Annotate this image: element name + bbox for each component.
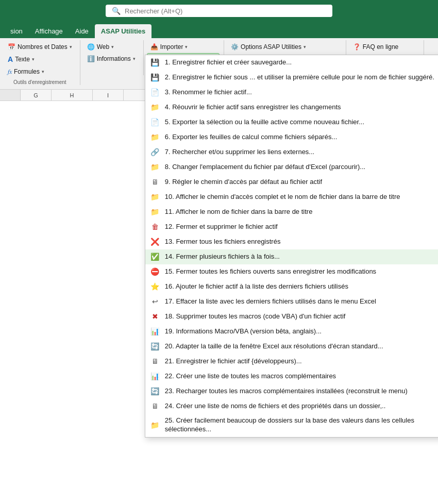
menu-item-icon-15: ⛔ — [149, 267, 161, 276]
menu-item-icon-25: 📁 — [149, 421, 161, 430]
info-icon: ℹ️ — [87, 55, 95, 62]
menu-item-4[interactable]: 📁4. Réouvrir le fichier actif sans enreg… — [145, 100, 438, 115]
menu-item-10[interactable]: 📁10. Afficher le chemin d'accès complet … — [145, 190, 438, 205]
menu-item-1[interactable]: 💾1. Enregistrer fichier et créer sauvega… — [145, 55, 438, 70]
formules-btn[interactable]: 𝑓𝑥 Formules ▾ — [4, 66, 76, 77]
menu-item-2[interactable]: 💾2. Enregistrer le fichier sous ... et u… — [145, 70, 438, 85]
menu-item-14[interactable]: ✅14. Fermer plusieurs fichiers à la fois… — [145, 249, 438, 264]
dropdown-arrow3: ▾ — [42, 69, 44, 74]
menu-item-icon-9: 🖥 — [149, 177, 161, 187]
menu-item-icon-12: 🗑 — [149, 222, 161, 231]
dropdown-arrow2: ▾ — [32, 57, 35, 62]
faq-label: FAQ en ligne — [363, 43, 398, 51]
menu-item-9[interactable]: 🖥9. Régler le chemin d'accès par défaut … — [145, 175, 438, 190]
options-label: Options ASAP Utilities — [241, 43, 301, 51]
menu-item-24[interactable]: 🖥24. Créer une liste de noms de fichiers… — [145, 399, 438, 414]
menu-item-18[interactable]: ✖18. Supprimer toutes les macros (code V… — [145, 309, 438, 324]
menu-item-icon-3: 📄 — [149, 88, 161, 97]
texte-label: Texte — [15, 56, 30, 63]
tab-aide[interactable]: Aide — [69, 24, 95, 38]
tab-sion[interactable]: sion — [4, 24, 29, 38]
menu-item-7[interactable]: 🔗7. Rechercher et/ou supprimer les liens… — [145, 145, 438, 160]
menu-item-icon-24: 🖥 — [149, 401, 161, 411]
menu-item-text-17: 17. Effacer la liste avec les derniers f… — [165, 297, 438, 306]
menu-item-16[interactable]: ⭐16. Ajouter le fichier actif à la liste… — [145, 279, 438, 294]
menu-item-text-1: 1. Enregistrer fichier et créer sauvegar… — [165, 58, 438, 67]
menu-item-22[interactable]: 📊22. Créer une liste de toutes les macro… — [145, 369, 438, 384]
options-btn[interactable]: ⚙️ Options ASAP Utilities ▾ — [227, 41, 342, 53]
menu-item-3[interactable]: 📄3. Renommer le fichier actif... — [145, 85, 438, 100]
informations-label: Informations — [97, 55, 131, 62]
menu-item-text-15: 15. Fermer toutes les fichiers ouverts s… — [165, 267, 438, 276]
web-btn[interactable]: 🌐 Web ▾ — [83, 41, 139, 53]
options-icon: ⚙️ — [231, 43, 239, 51]
menu-item-text-5: 5. Exporter la sélection ou la feuille a… — [165, 118, 438, 127]
search-input[interactable] — [125, 7, 326, 15]
menu-item-icon-16: ⭐ — [149, 282, 161, 291]
menu-item-text-2: 2. Enregistrer le fichier sous ... et ut… — [165, 73, 438, 82]
web-icon: 🌐 — [87, 43, 95, 51]
web-arrow: ▾ — [111, 44, 114, 49]
menu-item-text-14: 14. Fermer plusieurs fichiers à la fois.… — [165, 253, 438, 261]
importer-btn[interactable]: 📥 Importer ▾ — [147, 41, 220, 53]
nombres-dates-label: Nombres et Dates — [18, 43, 68, 51]
search-icon: 🔍 — [112, 7, 121, 15]
options-arrow: ▾ — [304, 44, 306, 49]
menu-item-12[interactable]: 🗑12. Fermer et supprimer le fichier acti… — [145, 220, 438, 234]
menu-item-23[interactable]: 🔄23. Recharger toutes les macros complém… — [145, 384, 438, 399]
menu-item-icon-4: 📁 — [149, 103, 161, 112]
menu-item-icon-6: 📁 — [149, 132, 161, 142]
nombres-dates-btn[interactable]: 📅 Nombres et Dates ▾ — [4, 41, 76, 53]
menu-item-5[interactable]: 📄5. Exporter la sélection ou la feuille … — [145, 115, 438, 130]
tab-asap-utilities[interactable]: ASAP Utilities — [95, 24, 151, 38]
search-input-wrap[interactable]: 🔍 — [106, 5, 332, 17]
menu-item-icon-10: 📁 — [149, 192, 161, 201]
menu-item-15[interactable]: ⛔15. Fermer toutes les fichiers ouverts … — [145, 264, 438, 279]
menu-item-text-23: 23. Recharger toutes les macros compléme… — [165, 387, 438, 396]
menu-item-text-10: 10. Afficher le chemin d'accès complet e… — [165, 193, 438, 201]
menu-item-icon-18: ✖ — [149, 312, 161, 321]
menu-item-text-25: 25. Créer facilement beaucoup de dossier… — [165, 416, 438, 434]
texte-btn[interactable]: A Texte ▾ — [4, 53, 76, 65]
importer-label: Importer — [160, 43, 183, 51]
menu-item-icon-13: ❌ — [149, 237, 161, 246]
menu-item-text-20: 20. Adapter la taille de la fenêtre Exce… — [165, 342, 438, 351]
menu-item-11[interactable]: 📁11. Afficher le nom de fichier dans la … — [145, 205, 438, 220]
search-bar: 🔍 — [0, 0, 438, 22]
menu-item-21[interactable]: 🖥21. Enregistrer le fichier actif {dével… — [145, 354, 438, 369]
menu-item-6[interactable]: 📁6. Exporter les feuilles de calcul comm… — [145, 130, 438, 145]
menu-item-icon-11: 📁 — [149, 207, 161, 216]
informations-btn[interactable]: ℹ️ Informations ▾ — [83, 53, 139, 64]
menu-item-text-21: 21. Enregistrer le fichier actif {dévelo… — [165, 357, 438, 366]
menu-item-icon-22: 📊 — [149, 372, 161, 381]
dropdown-arrow: ▾ — [70, 44, 72, 49]
menu-item-icon-14: ✅ — [149, 252, 161, 261]
col-i: I — [93, 90, 124, 100]
menu-item-icon-17: ↩ — [149, 297, 161, 306]
menu-item-text-24: 24. Créer une liste de noms de fichiers … — [165, 402, 438, 411]
menu-item-20[interactable]: 🔄20. Adapter la taille de la fenêtre Exc… — [145, 339, 438, 354]
menu-item-text-16: 16. Ajouter le fichier actif à la liste … — [165, 282, 438, 291]
fichier-dropdown-menu: 💾1. Enregistrer fichier et créer sauvega… — [145, 55, 438, 438]
menu-item-text-12: 12. Fermer et supprimer le fichier actif — [165, 223, 438, 231]
row-number-header — [0, 90, 21, 100]
menu-item-17[interactable]: ↩17. Effacer la liste avec les derniers … — [145, 294, 438, 309]
menu-item-icon-7: 🔗 — [149, 147, 161, 157]
col-g: G — [21, 90, 52, 100]
menu-item-icon-2: 💾 — [149, 73, 161, 82]
menu-item-text-4: 4. Réouvrir le fichier actif sans enregi… — [165, 103, 438, 112]
menu-item-icon-20: 🔄 — [149, 342, 161, 351]
web-items: 🌐 Web ▾ ℹ️ Informations ▾ — [83, 40, 139, 65]
tab-affichage[interactable]: Affichage — [29, 24, 69, 38]
menu-item-text-8: 8. Changer l'emplacement du fichier par … — [165, 163, 438, 172]
enregistrement-items: 📅 Nombres et Dates ▾ A Texte ▾ 𝑓𝑥 Formul… — [4, 40, 76, 78]
menu-item-text-3: 3. Renommer le fichier actif... — [165, 88, 438, 97]
menu-item-25[interactable]: 📁25. Créer facilement beaucoup de dossie… — [145, 414, 438, 437]
menu-item-text-18: 18. Supprimer toutes les macros (code VB… — [165, 312, 438, 321]
menu-item-8[interactable]: 📁8. Changer l'emplacement du fichier par… — [145, 160, 438, 175]
menu-item-13[interactable]: ❌13. Fermer tous les fichiers enregistré… — [145, 234, 438, 249]
menu-item-icon-5: 📄 — [149, 117, 161, 127]
faq-icon: ❓ — [353, 43, 361, 51]
faq-btn[interactable]: ❓ FAQ en ligne — [349, 41, 419, 53]
menu-item-19[interactable]: 📊19. Informations Macro/VBA (version bêt… — [145, 324, 438, 339]
